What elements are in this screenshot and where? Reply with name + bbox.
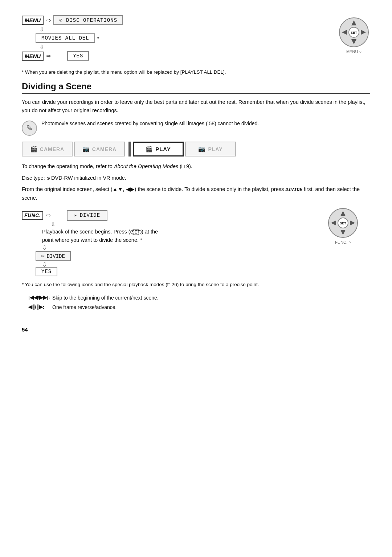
playlist-label: DIVIDE — [285, 187, 302, 192]
menu-row-1: MENU ⇨ ⊙ DISC OPERATIONS — [22, 15, 123, 25]
instr2-disc-text: DVD-RW initialized in VR mode. — [51, 175, 126, 181]
func-desc-line1: Playback of the scene begins. Press (SET… — [42, 229, 158, 243]
mode-divider — [128, 142, 131, 156]
note-icon: ✎ — [22, 121, 37, 136]
bullet-item-2: ◀‖/‖▶: One frame reverse/advance. — [28, 303, 370, 312]
note-content: Photomovie scenes and scenes created by … — [41, 121, 259, 126]
divide-box-2: ✂ DIVIDE — [36, 251, 71, 261]
bullet-list: |◀◀/▶▶|: Skip to the beginning of the cu… — [28, 294, 370, 312]
asterisk: * — [97, 35, 99, 41]
mode-btn-play-1-label: PLAY — [155, 146, 171, 152]
dvdrw-icon: ⊛ — [46, 175, 51, 180]
func-desc: Playback of the scene begins. Press (SET… — [42, 228, 158, 244]
yes-box-top: YES — [67, 51, 89, 61]
dpad-svg-2: SET — [327, 207, 359, 239]
play-photo-icon: 📷 — [198, 146, 206, 153]
body-text-1: You can divide your recordings in order … — [22, 98, 370, 115]
mode-btn-play-photo: 📷 PLAY — [185, 142, 236, 156]
disc-ops-text: DISC OPERATIONS — [66, 17, 117, 23]
disc-ops-icon: ⊙ — [59, 17, 62, 23]
camera-video-icon: 🎬 — [30, 146, 38, 153]
bullet-item-1: |◀◀/▶▶|: Skip to the beginning of the cu… — [28, 294, 370, 302]
func-row-1: FUNC. ⇨ ✂ DIVIDE — [22, 210, 107, 221]
bullet-key-2: ◀‖/‖▶: — [28, 303, 50, 312]
scissors-icon-2: ✂ — [41, 253, 44, 259]
down-arrow-2: ⇩ — [39, 44, 44, 50]
svg-text:SET: SET — [351, 31, 357, 34]
mode-buttons-row: 🎬 CAMERA 📷 CAMERA 🎬 PLAY 📷 PLAY — [22, 142, 370, 156]
movies-all-del-box: MOVIES ALL DEL — [36, 33, 95, 43]
set-button-ref: SET — [130, 229, 142, 235]
section-title: Dividing a Scene — [22, 81, 370, 94]
note-text: Photomovie scenes and scenes created by … — [41, 120, 259, 128]
func-label: FUNC. — [22, 211, 43, 220]
camera-photo-icon: 📷 — [82, 146, 90, 153]
control-graphic-func: SET FUNC. ○ — [327, 207, 359, 244]
svg-text:SET: SET — [340, 221, 346, 225]
footnote-top: * When you are deleting the playlist, th… — [22, 69, 370, 75]
func-diagram: FUNC. ⇨ ✂ DIVIDE ⇩ Playback of the scene… — [22, 210, 158, 275]
scissors-icon-1: ✂ — [74, 212, 77, 219]
divide-box-1: ✂ DIVIDE — [67, 210, 107, 221]
menu-label-2: MENU — [22, 52, 44, 61]
divide-label-2: DIVIDE — [46, 253, 65, 259]
instruction-3: From the original index screen, select (… — [22, 185, 370, 202]
note-row: ✎ Photomovie scenes and scenes created b… — [22, 120, 370, 136]
footnote-2: * You can use the following icons and th… — [22, 282, 370, 287]
yes-box-func: YES — [36, 267, 57, 276]
bullet-key-1: |◀◀/▶▶|: — [28, 294, 50, 302]
control-graphic-top: SET MENU ○ — [338, 16, 370, 54]
menu-diagram: MENU ⇨ ⊙ DISC OPERATIONS ⇩ MOVIES ALL DE… — [22, 15, 123, 61]
arrow-right-2: ⇨ — [46, 53, 51, 59]
mode-btn-play-video: 🎬 PLAY — [133, 142, 184, 156]
mode-btn-camera-photo: 📷 CAMERA — [74, 142, 125, 156]
mode-btn-camera-1-label: CAMERA — [40, 146, 64, 152]
divide-label-1: DIVIDE — [80, 212, 100, 218]
instr2-prefix: Disc type: — [22, 175, 45, 181]
func-label-graphic: FUNC. ○ — [335, 240, 351, 244]
play-video-icon: 🎬 — [146, 146, 153, 153]
func-section: FUNC. ⇨ ✂ DIVIDE ⇩ Playback of the scene… — [22, 205, 370, 278]
arrow-right-1: ⇨ — [46, 17, 51, 24]
page-number: 54 — [22, 326, 370, 333]
divide-box-2-wrapper: ✂ DIVIDE — [36, 251, 71, 261]
nav-symbols: ▲▼, ◀▶ — [113, 186, 135, 192]
top-section: MENU ⇨ ⊙ DISC OPERATIONS ⇩ MOVIES ALL DE… — [22, 15, 370, 68]
func-arrow: ⇨ — [46, 212, 51, 219]
yes-box-wrapper: YES — [36, 268, 57, 275]
down-arrow-func-2: ⇩ — [42, 244, 47, 251]
menu-label-1: MENU — [22, 16, 44, 25]
mode-btn-play-2-label: PLAY — [208, 146, 222, 152]
disc-operations-box: ⊙ DISC OPERATIONS — [53, 15, 123, 25]
down-arrow-1: ⇩ — [39, 26, 44, 33]
instr1-italic: About the Operating Modes — [114, 163, 178, 169]
down-arrow-func-1: ⇩ — [51, 221, 56, 228]
bullet-text-2: One frame reverse/advance. — [52, 303, 117, 312]
mode-btn-camera-2-label: CAMERA — [92, 146, 117, 152]
menu-row-3: MENU ⇨ YES — [22, 51, 89, 61]
mode-btn-camera-video: 🎬 CAMERA — [22, 142, 73, 156]
dpad-svg: SET — [338, 16, 370, 49]
bullet-text-1: Skip to the beginning of the current/nex… — [52, 294, 159, 302]
instruction-1: To change the operating mode, refer to A… — [22, 162, 370, 171]
menu-label-graphic: MENU ○ — [346, 49, 362, 54]
instruction-2: Disc type: ⊛ DVD-RW initialized in VR mo… — [22, 174, 370, 182]
menu-row-2: MOVIES ALL DEL * — [22, 33, 99, 43]
